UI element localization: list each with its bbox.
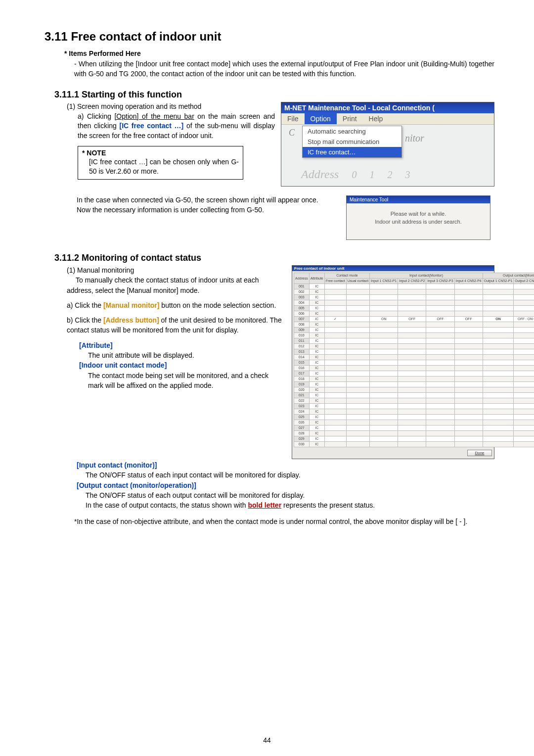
ic-free-contact-link[interactable]: [IC free contact …] (119, 122, 183, 130)
step-3112-1-title: Manual monitoring (77, 266, 134, 274)
table-cell (324, 425, 346, 430)
table-cell (346, 360, 369, 365)
address-cell[interactable]: 018 (294, 376, 310, 381)
table-row: 011IC (294, 338, 534, 343)
th-group-contact-mode: Contact mode (324, 273, 369, 278)
wait-para1: In the case when connected via G-50, the… (77, 195, 337, 205)
table-cell (454, 327, 483, 332)
table-cell (483, 398, 514, 403)
table-cell (426, 332, 454, 338)
table-cell (514, 354, 534, 360)
address-cell[interactable]: 010 (294, 332, 310, 338)
address-cell[interactable]: 005 (294, 305, 310, 311)
address-cell[interactable]: 004 (294, 300, 310, 305)
address-cell[interactable]: 019 (294, 381, 310, 387)
contact-mode-label: [Indoor unit contact mode] (79, 360, 285, 370)
address-cell[interactable]: 023 (294, 403, 310, 409)
table-cell: IC (309, 381, 324, 387)
table-cell (514, 360, 534, 365)
table-cell (426, 409, 454, 414)
table-cell (514, 436, 534, 441)
dropdown-stop-mail[interactable]: Stop mail communication (303, 137, 401, 147)
address-cell[interactable]: 029 (294, 436, 310, 441)
document-page: 3.11 Free contact of indoor unit * Items… (0, 0, 534, 756)
th-i3: Input 3 CN52-P3 (426, 278, 454, 284)
dropdown-ic-free-contact[interactable]: IC free contact… (303, 147, 401, 157)
table-cell (324, 420, 346, 425)
table-cell (426, 294, 454, 300)
table-cell (324, 338, 346, 343)
table-cell: IC (309, 392, 324, 398)
fc-table: Address Attribute Contact mode Input con… (294, 273, 534, 447)
address-cell[interactable]: 017 (294, 371, 310, 376)
address-cell[interactable]: 027 (294, 425, 310, 430)
table-cell (398, 371, 426, 376)
table-cell (346, 409, 369, 414)
table-cell (426, 387, 454, 392)
address-cell[interactable]: 028 (294, 430, 310, 436)
table-cell (483, 425, 514, 430)
address-cell[interactable]: 021 (294, 392, 310, 398)
table-cell (324, 360, 346, 365)
table-cell: IC (309, 284, 324, 289)
table-cell (454, 425, 483, 430)
table-cell: IC (309, 289, 324, 294)
dropdown-automatic-searching[interactable]: Automatic searching (303, 126, 401, 137)
table-cell (398, 381, 426, 387)
table-cell (514, 371, 534, 376)
address-cell[interactable]: 008 (294, 322, 310, 327)
address-cell[interactable]: 026 (294, 420, 310, 425)
table-cell (370, 343, 398, 349)
table-row: 015IC (294, 360, 534, 365)
table-cell (346, 403, 369, 409)
done-button[interactable]: Done (467, 450, 492, 456)
table-cell: IC (309, 371, 324, 376)
address-cell[interactable]: 022 (294, 398, 310, 403)
menu-file[interactable]: File (281, 113, 305, 124)
table-cell (346, 387, 369, 392)
address-cell[interactable]: 015 (294, 360, 310, 365)
table-cell (324, 322, 346, 327)
menu-print[interactable]: Print (337, 113, 363, 124)
address-cell[interactable]: 014 (294, 354, 310, 360)
menu-help[interactable]: Help (363, 113, 389, 124)
address-button-link[interactable]: [Address button] (103, 316, 159, 324)
table-row: 013IC (294, 349, 534, 354)
address-cell[interactable]: 030 (294, 441, 310, 447)
address-cell[interactable]: 006 (294, 311, 310, 316)
table-row: 006IC (294, 311, 534, 316)
address-cell[interactable]: 020 (294, 387, 310, 392)
table-cell (346, 332, 369, 338)
items-performed-here-label: * Items Performed Here (64, 49, 494, 57)
address-cell[interactable]: 007 (294, 316, 310, 322)
table-cell (398, 354, 426, 360)
table-cell (454, 360, 483, 365)
table-cell (398, 387, 426, 392)
address-label: Address (301, 168, 339, 181)
address-cell[interactable]: 003 (294, 294, 310, 300)
table-cell (483, 349, 514, 354)
address-cell[interactable]: 011 (294, 338, 310, 343)
address-cell[interactable]: 024 (294, 409, 310, 414)
address-cell[interactable]: 009 (294, 327, 310, 332)
address-cell[interactable]: 025 (294, 414, 310, 420)
table-cell (454, 403, 483, 409)
menu-option[interactable]: Option (305, 113, 337, 124)
address-cell[interactable]: 002 (294, 289, 310, 294)
table-cell (324, 332, 346, 338)
table-cell (454, 305, 483, 311)
manual-monitor-link[interactable]: [Manual monitor] (103, 301, 160, 309)
address-cell[interactable]: 013 (294, 349, 310, 354)
table-cell (514, 392, 534, 398)
table-cell (346, 420, 369, 425)
step-3112-1a: a) Click the [Manual monitor] button on … (67, 300, 285, 310)
step-3112-1-number: (1) (67, 266, 75, 274)
address-cell[interactable]: 016 (294, 365, 310, 371)
address-cell[interactable]: 001 (294, 284, 310, 289)
step-1a: a) Clicking [Option] of the menu bar on … (78, 112, 275, 141)
table-row: 005IC (294, 305, 534, 311)
address-cell[interactable]: 012 (294, 343, 310, 349)
table-cell (324, 409, 346, 414)
step-3112-1-desc: To manually check the contact status of … (67, 276, 259, 294)
table-cell (483, 409, 514, 414)
